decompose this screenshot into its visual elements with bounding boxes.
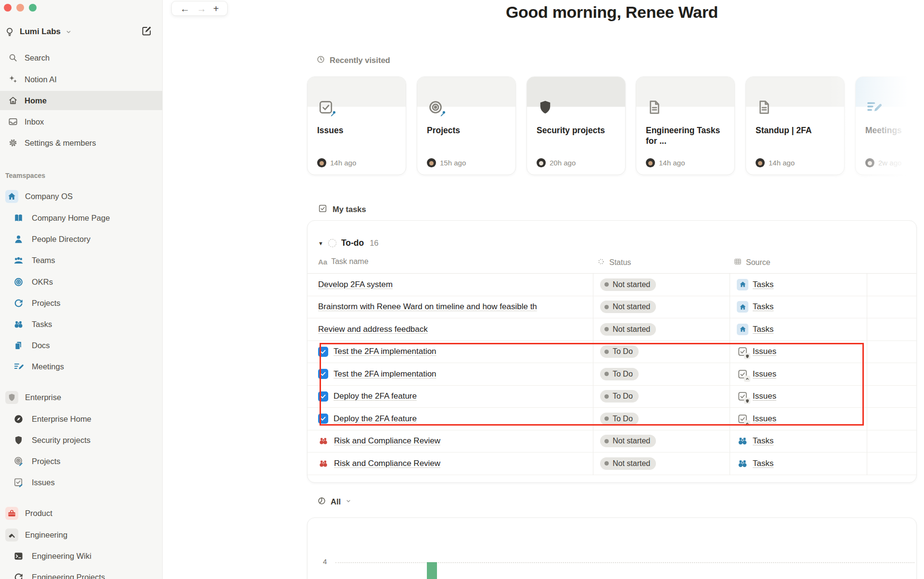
task-link[interactable]: Test the 2FA implementation bbox=[334, 369, 436, 379]
sidebar-item-notion-ai[interactable]: Notion AI bbox=[0, 70, 163, 89]
recent-card-standup-2fa[interactable]: Standup | 2FA 14h ago bbox=[745, 76, 845, 175]
card-title: Issues bbox=[317, 125, 399, 136]
task-link[interactable]: Risk and Compliance Review bbox=[334, 436, 440, 446]
source-link[interactable]: Tasks bbox=[753, 280, 773, 290]
chart-bar[interactable] bbox=[427, 562, 437, 579]
text-type-icon: Aa bbox=[318, 258, 327, 266]
sidebar-item-engineering-wiki[interactable]: Engineering Wiki bbox=[0, 545, 163, 566]
column-task-name[interactable]: Aa Task name bbox=[318, 257, 369, 266]
table-row[interactable]: Risk and Compliance Review Not started T… bbox=[308, 430, 916, 453]
source-link[interactable]: Issues bbox=[753, 347, 776, 356]
source-link[interactable]: Tasks bbox=[753, 302, 773, 312]
recent-card-projects[interactable]: Projects 15h ago bbox=[417, 76, 516, 175]
toggle-triangle-icon[interactable]: ▼ bbox=[318, 240, 323, 246]
status-badge[interactable]: To Do bbox=[600, 390, 639, 403]
window-zoom-icon[interactable] bbox=[29, 4, 37, 12]
workspace-switcher[interactable]: Lumi Labs bbox=[4, 23, 72, 40]
source-link[interactable]: Issues bbox=[753, 369, 776, 379]
pin-icon bbox=[330, 110, 337, 117]
status-badge[interactable]: Not started bbox=[600, 435, 656, 447]
checked-checkbox[interactable] bbox=[318, 369, 328, 379]
recent-card-security-projects[interactable]: Security projects 20h ago bbox=[526, 76, 626, 175]
table-row[interactable]: Review and address feedback Not started … bbox=[308, 318, 916, 341]
main-area: ← → + Good morning, Renee Ward Recently … bbox=[163, 0, 924, 579]
document-icon bbox=[756, 99, 773, 116]
task-link[interactable]: Develop 2FA system bbox=[318, 280, 393, 290]
status-badge[interactable]: Not started bbox=[600, 457, 656, 470]
source-link[interactable]: Issues bbox=[753, 414, 776, 424]
sidebar-item-tasks[interactable]: Tasks bbox=[0, 314, 163, 335]
task-link[interactable]: Brainstorm with Renee Ward on timeline a… bbox=[318, 302, 537, 312]
checked-checkbox[interactable] bbox=[318, 391, 328, 402]
task-link[interactable]: Risk and Compliance Review bbox=[334, 459, 440, 468]
window-minimize-icon[interactable] bbox=[16, 4, 24, 12]
sidebar-item-label: Search bbox=[25, 53, 50, 63]
task-link[interactable]: Review and address feedback bbox=[318, 325, 428, 334]
blue-home-chip-icon bbox=[737, 301, 748, 313]
new-tab-icon[interactable]: + bbox=[213, 4, 219, 13]
table-row[interactable]: Deploy the 2FA feature To Do Issues bbox=[308, 386, 916, 408]
sidebar-item-home[interactable]: Home bbox=[0, 91, 163, 110]
table-row[interactable]: Test the 2FA implementation To Do Issues bbox=[308, 341, 916, 364]
sidebar-item-meetings[interactable]: Meetings bbox=[0, 356, 163, 377]
sidebar-item-enterprise[interactable]: Enterprise bbox=[0, 387, 163, 408]
source-link[interactable]: Tasks bbox=[753, 325, 773, 334]
sidebar-item-label: Engineering bbox=[25, 530, 67, 540]
red-binoculars-icon bbox=[318, 436, 329, 446]
sidebar-item-settings[interactable]: Settings & members bbox=[0, 133, 163, 152]
checkbox-pinned-icon bbox=[317, 99, 334, 116]
recent-card-engineering-tasks[interactable]: Engineering Tasks for ... 14h ago bbox=[636, 76, 735, 175]
sidebar-item-engineering[interactable]: Engineering bbox=[0, 524, 163, 545]
compose-icon[interactable] bbox=[141, 25, 153, 38]
sidebar-item-company-os[interactable]: Company OS bbox=[0, 186, 163, 207]
task-link[interactable]: Deploy the 2FA feature bbox=[334, 391, 417, 401]
status-badge[interactable]: Not started bbox=[600, 301, 656, 313]
sidebar-item-engineering-projects[interactable]: Engineering Projects bbox=[0, 566, 163, 579]
forward-arrow-icon[interactable]: → bbox=[197, 4, 206, 13]
sidebar-item-okrs[interactable]: OKRs bbox=[0, 271, 163, 292]
card-timestamp: 15h ago bbox=[440, 159, 466, 167]
home-icon bbox=[7, 95, 18, 106]
sidebar-item-people-directory[interactable]: People Directory bbox=[0, 228, 163, 250]
status-badge[interactable]: Not started bbox=[600, 278, 656, 291]
sidebar-item-product[interactable]: Product bbox=[0, 503, 163, 524]
window-close-icon[interactable] bbox=[4, 4, 12, 12]
status-badge[interactable]: To Do bbox=[600, 345, 639, 358]
source-link[interactable]: Tasks bbox=[753, 436, 773, 446]
table-row[interactable]: Risk and Compliance Review Not started T… bbox=[308, 453, 916, 475]
column-status[interactable]: Status bbox=[597, 257, 631, 268]
recent-card-meetings[interactable]: Meetings 2w ago bbox=[855, 76, 924, 175]
checked-checkbox[interactable] bbox=[318, 347, 328, 357]
sidebar-item-security-projects[interactable]: Security projects bbox=[0, 429, 163, 451]
sidebar-item-projects[interactable]: Projects bbox=[0, 292, 163, 314]
table-row[interactable]: Develop 2FA system Not started Tasks bbox=[308, 274, 916, 296]
lightbulb-icon bbox=[4, 26, 15, 38]
sidebar-item-search[interactable]: Search bbox=[0, 48, 163, 67]
status-badge[interactable]: To Do bbox=[600, 413, 639, 425]
task-link[interactable]: Deploy the 2FA feature bbox=[334, 414, 417, 424]
blue-binoculars-icon bbox=[12, 318, 25, 331]
status-badge[interactable]: Not started bbox=[600, 323, 656, 336]
sidebar-item-inbox[interactable]: Inbox bbox=[0, 112, 163, 131]
sidebar-item-company-home-page[interactable]: Company Home Page bbox=[0, 207, 163, 228]
sidebar-item-projects-enterprise[interactable]: Projects bbox=[0, 451, 163, 472]
table-row[interactable]: Deploy the 2FA feature To Do Issues bbox=[308, 408, 916, 430]
source-link[interactable]: Tasks bbox=[753, 459, 773, 468]
column-source[interactable]: Source bbox=[733, 257, 770, 268]
sidebar: Lumi Labs Search Notion AI Home Inbox Se… bbox=[0, 0, 163, 579]
recent-card-issues[interactable]: Issues 14h ago bbox=[307, 76, 406, 175]
source-link[interactable]: Issues bbox=[753, 391, 776, 401]
chart-filter[interactable]: All bbox=[317, 496, 352, 507]
sidebar-item-enterprise-home[interactable]: Enterprise Home bbox=[0, 408, 163, 429]
y-axis-tick: 4 bbox=[323, 557, 327, 566]
blue-home-chip-icon bbox=[737, 279, 748, 290]
sidebar-item-teams[interactable]: Teams bbox=[0, 250, 163, 271]
sidebar-item-issues-enterprise[interactable]: Issues bbox=[0, 472, 163, 493]
task-link[interactable]: Test the 2FA implementation bbox=[334, 347, 436, 356]
back-arrow-icon[interactable]: ← bbox=[180, 4, 190, 13]
table-row[interactable]: Test the 2FA implementation To Do Issues bbox=[308, 363, 916, 386]
sidebar-item-docs[interactable]: Docs bbox=[0, 335, 163, 356]
table-row[interactable]: Brainstorm with Renee Ward on timeline a… bbox=[308, 296, 916, 319]
status-badge[interactable]: To Do bbox=[600, 368, 639, 380]
checked-checkbox[interactable] bbox=[318, 414, 328, 424]
